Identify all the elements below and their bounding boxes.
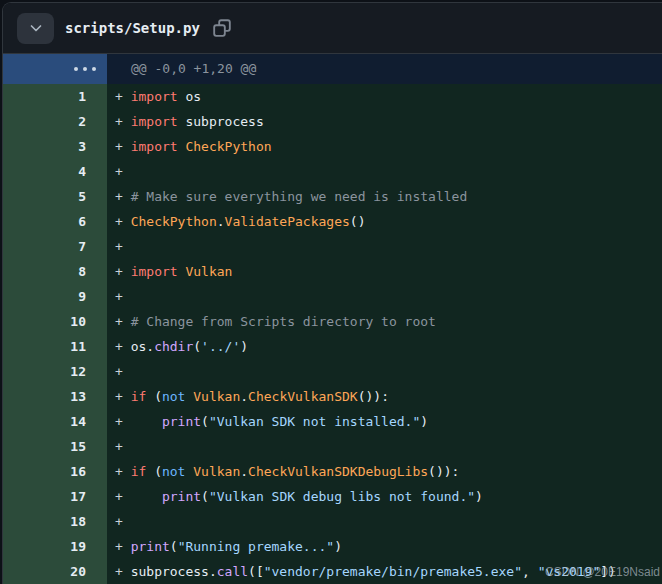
code-content: import Vulkan [131, 264, 233, 279]
diff-add-marker: + [115, 414, 131, 429]
diff-row: 9 + [3, 284, 662, 309]
diff-row: 11 + os.chdir('../') [3, 334, 662, 359]
code-content: print("Vulkan SDK not installed.") [131, 414, 428, 429]
code-token: # Make sure everything we need is instal… [131, 189, 468, 204]
code-line: + import os [107, 84, 662, 109]
code-token: "Vulkan SDK not installed." [209, 414, 420, 429]
line-number[interactable]: 9 [3, 284, 107, 309]
diff-add-marker: + [115, 164, 131, 179]
line-number[interactable]: 2 [3, 109, 107, 134]
code-line: + CheckPython.ValidatePackages() [107, 209, 662, 234]
code-token: , [522, 564, 538, 579]
code-token: not [162, 389, 185, 404]
diff-add-marker: + [115, 564, 131, 579]
diff-row: 3 + import CheckPython [3, 134, 662, 159]
code-line: + [107, 234, 662, 259]
code-token [131, 489, 162, 504]
diff-add-marker: + [115, 114, 131, 129]
code-content: CheckPython.ValidatePackages() [131, 214, 366, 229]
diff-row: 10 + # Change from Scripts directory to … [3, 309, 662, 334]
code-token: . [240, 464, 248, 479]
line-number[interactable]: 18 [3, 509, 107, 534]
diff-row: 17 + print("Vulkan SDK debug libs not fo… [3, 484, 662, 509]
diff-add-marker: + [115, 539, 131, 554]
code-token: os [178, 89, 201, 104]
code-token: ) [240, 339, 248, 354]
code-line: + # Make sure everything we need is inst… [107, 184, 662, 209]
line-number[interactable]: 1 [3, 84, 107, 109]
line-number[interactable]: 8 [3, 259, 107, 284]
code-line: + if (not Vulkan.CheckVulkanSDK()): [107, 384, 662, 409]
line-number[interactable]: 20 [3, 559, 107, 584]
diff-file-card: scripts/Setup.py @@ -0,0 +1,20 @@ 1 + im… [2, 2, 662, 584]
code-content: if (not Vulkan.CheckVulkanSDK()): [131, 389, 389, 404]
code-token: print [162, 489, 201, 504]
line-number[interactable]: 11 [3, 334, 107, 359]
diff-row: 19 + print("Running premake...") [3, 534, 662, 559]
line-number[interactable]: 4 [3, 159, 107, 184]
code-token: not [162, 464, 185, 479]
collapse-file-button[interactable] [17, 13, 54, 44]
line-number[interactable]: 7 [3, 234, 107, 259]
code-line: + [107, 509, 662, 534]
code-line: + import Vulkan [107, 259, 662, 284]
code-content: import subprocess [131, 114, 264, 129]
diff-add-marker: + [115, 314, 131, 329]
diff-row: 4 + [3, 159, 662, 184]
code-token: CheckPython [178, 139, 272, 154]
code-token: print [131, 539, 170, 554]
diff-row: 13 + if (not Vulkan.CheckVulkanSDK()): [3, 384, 662, 409]
diff-row: 20 + subprocess.call(["vendor/premake/bi… [3, 559, 662, 584]
code-token: () [350, 214, 366, 229]
line-number[interactable]: 17 [3, 484, 107, 509]
code-token: ) [420, 414, 428, 429]
diff-row: 2 + import subprocess [3, 109, 662, 134]
code-token: Vulkan [178, 264, 233, 279]
diff-body: 1 + import os 2 + import subprocess 3 + … [3, 84, 662, 584]
line-number[interactable]: 12 [3, 359, 107, 384]
line-number[interactable]: 13 [3, 384, 107, 409]
diff-row: 1 + import os [3, 84, 662, 109]
code-line: + os.chdir('../') [107, 334, 662, 359]
code-line: + # Change from Scripts directory to roo… [107, 309, 662, 334]
code-token: import [131, 114, 178, 129]
line-number[interactable]: 3 [3, 134, 107, 159]
diff-add-marker: + [115, 464, 131, 479]
diff-add-marker: + [115, 364, 131, 379]
diff-row: 7 + [3, 234, 662, 259]
code-token: subprocess. [131, 564, 217, 579]
code-content: if (not Vulkan.CheckVulkanSDKDebugLibs()… [131, 464, 460, 479]
code-line: + [107, 434, 662, 459]
hunk-expand-gutter [3, 54, 107, 84]
code-line: + print("Running premake...") [107, 534, 662, 559]
code-token: os. [131, 339, 154, 354]
line-number[interactable]: 10 [3, 309, 107, 334]
line-number[interactable]: 5 [3, 184, 107, 209]
code-token: "vs2019" [538, 564, 601, 579]
code-line: + [107, 159, 662, 184]
diff-add-marker: + [115, 139, 131, 154]
line-number[interactable]: 6 [3, 209, 107, 234]
hunk-header-text: @@ -0,0 +1,20 @@ [107, 54, 662, 84]
line-number[interactable]: 19 [3, 534, 107, 559]
code-token: ( [146, 389, 162, 404]
code-line: + import subprocess [107, 109, 662, 134]
diff-row: 6 + CheckPython.ValidatePackages() [3, 209, 662, 234]
file-path[interactable]: scripts/Setup.py [65, 20, 200, 36]
hunk-header-row: @@ -0,0 +1,20 @@ [3, 54, 662, 84]
code-token: ( [201, 489, 209, 504]
copy-path-button[interactable] [212, 18, 232, 38]
line-number[interactable]: 14 [3, 409, 107, 434]
code-line: + import CheckPython [107, 134, 662, 159]
diff-row: 8 + import Vulkan [3, 259, 662, 284]
line-number[interactable]: 16 [3, 459, 107, 484]
code-token: subprocess [178, 114, 264, 129]
line-number[interactable]: 15 [3, 434, 107, 459]
code-content: os.chdir('../') [131, 339, 248, 354]
code-token: print [162, 414, 201, 429]
diff-add-marker: + [115, 514, 131, 529]
code-token: Vulkan [185, 464, 240, 479]
code-token: . [217, 214, 225, 229]
code-token: CheckPython [131, 214, 217, 229]
code-token: call [217, 564, 248, 579]
